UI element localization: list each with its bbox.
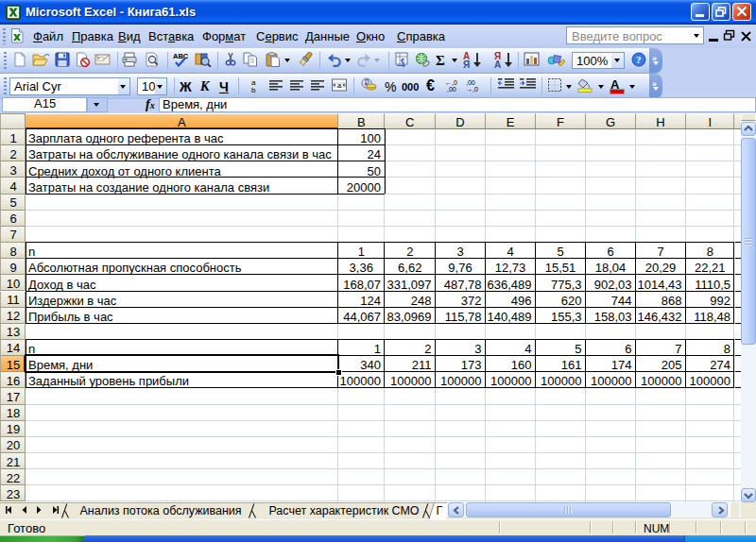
svg-text:?: ? xyxy=(636,54,642,65)
svg-text:→,0: →,0 xyxy=(466,86,478,93)
svg-text:,00: ,00 xyxy=(466,79,475,86)
svg-text:А: А xyxy=(494,59,501,68)
svg-text:←,0: ←,0 xyxy=(445,79,457,86)
svg-text:Я: Я xyxy=(463,59,470,68)
svg-text:b: b xyxy=(251,86,256,93)
svg-text:ABC: ABC xyxy=(173,52,189,60)
svg-text:,00: ,00 xyxy=(447,86,456,93)
